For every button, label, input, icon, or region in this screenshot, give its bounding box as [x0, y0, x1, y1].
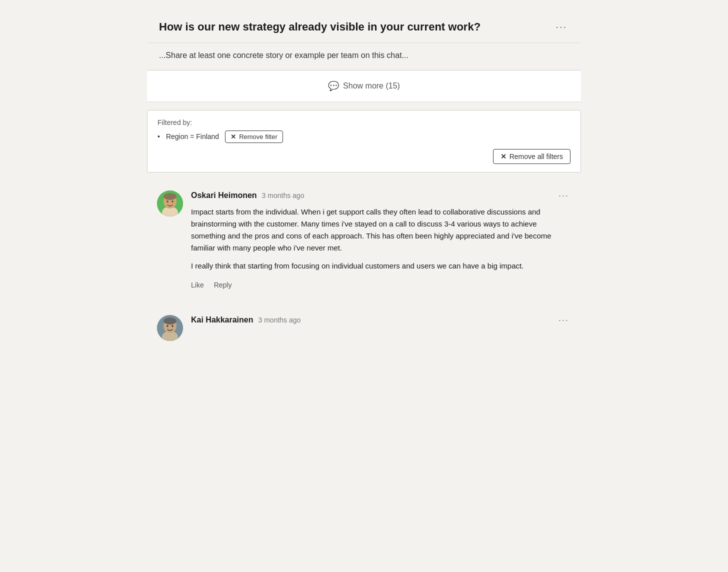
post-subtitle: ...Share at least one concrete story or …: [147, 43, 581, 70]
remove-all-container: ✕ Remove all filters: [158, 149, 570, 164]
filter-label: Filtered by:: [158, 118, 570, 126]
remove-all-filters-button[interactable]: ✕ Remove all filters: [493, 149, 570, 164]
comment-header: Oskari Heimonen 3 months ago ···: [191, 190, 571, 201]
show-more-label: Show more (15): [343, 82, 400, 90]
comment-time: 3 months ago: [258, 316, 301, 324]
comment-more-button[interactable]: ···: [556, 315, 571, 326]
comment-card: Kai Hakkarainen 3 months ago ···: [147, 305, 581, 345]
filter-row: • Region = Finland ✕ Remove filter: [158, 130, 570, 143]
x-all-icon: ✕: [500, 152, 506, 160]
comment-text: Impact starts from the individual. When …: [191, 206, 571, 272]
post-more-button[interactable]: ···: [554, 21, 569, 32]
x-icon: ✕: [230, 133, 236, 140]
comment-body: Kai Hakkarainen 3 months ago ···: [191, 315, 571, 330]
comment-paragraph-1: Impact starts from the individual. When …: [191, 206, 571, 254]
comment-section: Oskari Heimonen 3 months ago ··· Impact …: [147, 180, 581, 345]
post-header: How is our new strategy already visible …: [147, 10, 581, 43]
like-button[interactable]: Like: [191, 279, 204, 291]
avatar: [157, 190, 183, 216]
filter-bullet: •: [158, 132, 160, 140]
comment-author: Kai Hakkarainen: [191, 316, 254, 324]
bubble-icon: 💬: [328, 80, 339, 92]
comment-author-row: Oskari Heimonen 3 months ago: [191, 191, 304, 200]
comment-more-button[interactable]: ···: [556, 190, 571, 201]
show-more-container: 💬 Show more (15): [147, 70, 581, 102]
comment-header: Kai Hakkarainen 3 months ago ···: [191, 315, 571, 326]
comment-author-row: Kai Hakkarainen 3 months ago: [191, 316, 300, 324]
comment-card: Oskari Heimonen 3 months ago ··· Impact …: [147, 180, 581, 299]
reply-button[interactable]: Reply: [214, 279, 232, 291]
filter-item-text: Region = Finland: [166, 132, 219, 140]
svg-point-9: [164, 318, 176, 324]
svg-point-3: [164, 193, 176, 200]
comment-author: Oskari Heimonen: [191, 191, 257, 200]
comment-actions: Like Reply: [191, 279, 571, 291]
subtitle-text: ...Share at least one concrete story or …: [159, 51, 408, 60]
post-title: How is our new strategy already visible …: [159, 20, 546, 34]
svg-point-10: [166, 325, 168, 327]
remove-all-label: Remove all filters: [510, 152, 563, 160]
comment-paragraph-2: I really think that starting from focusi…: [191, 260, 571, 272]
avatar: [157, 315, 183, 341]
show-more-button[interactable]: 💬 Show more (15): [328, 80, 400, 92]
remove-filter-button[interactable]: ✕ Remove filter: [225, 130, 283, 143]
remove-filter-label: Remove filter: [239, 133, 278, 140]
comment-body: Oskari Heimonen 3 months ago ··· Impact …: [191, 190, 571, 291]
svg-point-5: [172, 200, 174, 202]
svg-point-4: [166, 200, 168, 202]
filter-bar: Filtered by: • Region = Finland ✕ Remove…: [147, 110, 581, 172]
comment-time: 3 months ago: [262, 192, 304, 200]
svg-point-11: [172, 325, 174, 327]
